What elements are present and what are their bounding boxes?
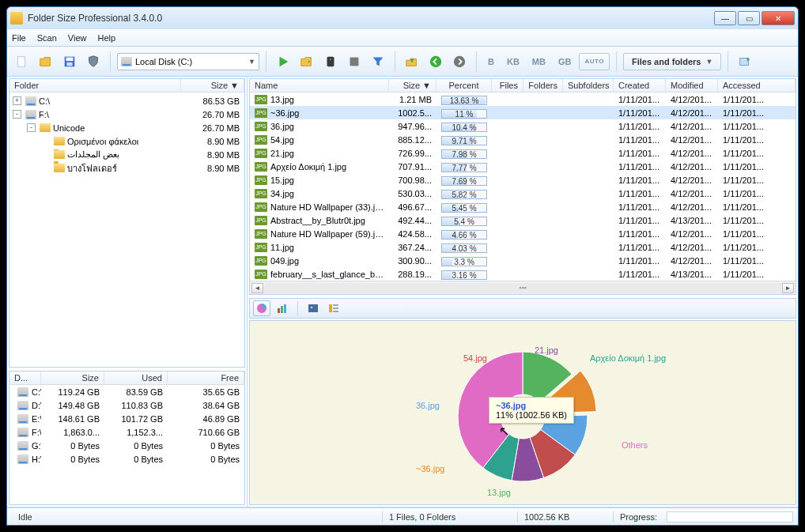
chart-tab-image[interactable]: [304, 300, 322, 316]
drive-row[interactable]: H:\0 Bytes0 Bytes0 Bytes: [9, 452, 244, 466]
unit-mb-button[interactable]: MB: [527, 53, 550, 70]
tree-row[interactable]: Ορισμένοι φάκελοι8.90 MB: [9, 134, 244, 148]
stop-button[interactable]: [344, 51, 365, 72]
files-header-modified[interactable]: Modified: [666, 79, 718, 92]
jpg-icon: JPG: [255, 256, 267, 266]
unit-gb-button[interactable]: GB: [554, 53, 576, 70]
files-header-percent[interactable]: Percent: [437, 79, 492, 92]
file-row[interactable]: JPG049.jpg300.90...3.3 %1/11/201...4/12/…: [250, 254, 796, 267]
file-row[interactable]: JPG11.jpg367.24...4.03 %1/11/201...4/12/…: [250, 240, 796, 254]
file-row[interactable]: JPG36.jpg947.96...10.4 %1/11/201...4/12/…: [250, 119, 796, 133]
menu-file[interactable]: File: [12, 33, 26, 43]
close-button[interactable]: ✕: [762, 11, 795, 25]
drives-list[interactable]: C:\119.24 GB83.59 GB35.65 GBD:\149.48 GB…: [9, 385, 244, 466]
disk-icon: [17, 401, 28, 410]
pie-chart[interactable]: 13.jpg~36.jpg36.jpg54.jpg21.jpgΑρχείο Δο…: [249, 320, 796, 505]
unit-auto-button[interactable]: AUTO: [579, 53, 610, 70]
files-header-size[interactable]: Size ▼: [389, 79, 437, 92]
new-button[interactable]: [12, 51, 32, 72]
drive-row[interactable]: F:\1,863.0...1,152.3...710.66 GB: [9, 425, 244, 439]
file-row[interactable]: JPG34.jpg530.03...5.82 %1/11/201...4/12/…: [250, 187, 796, 200]
server-button[interactable]: [320, 51, 341, 72]
folder-tree-pane: Folder Size ▼ +C:\86.53 GB-F:\26.70 MB-U…: [9, 78, 245, 368]
tree-label: C:\: [39, 96, 50, 106]
folder-tree[interactable]: +C:\86.53 GB-F:\26.70 MB-Unicode26.70 MB…: [9, 92, 244, 367]
expander-icon[interactable]: -: [13, 110, 21, 119]
file-row[interactable]: JPG21.jpg726.99...7.98 %1/11/201...4/12/…: [250, 146, 796, 160]
chart-tooltip: ~36.jpg 11% (1002.56 KB): [489, 397, 574, 424]
drive-row[interactable]: C:\119.24 GB83.59 GB35.65 GB: [9, 385, 244, 398]
export-button[interactable]: [735, 51, 755, 72]
window-title: Folder Size Professional 3.4.0.0: [28, 13, 714, 24]
file-row[interactable]: JPG13.jpg1.21 MB13.63 %1/11/201...4/12/2…: [250, 92, 796, 106]
files-header-subfolders[interactable]: Subfolders: [563, 79, 614, 92]
file-list-pane: Name Size ▼ Percent Files Folders Subfol…: [249, 78, 796, 295]
file-row[interactable]: JPGfebruary__s_last_glance_by...288.19..…: [250, 267, 796, 281]
play-button[interactable]: [273, 51, 293, 72]
filter-button[interactable]: [368, 51, 388, 72]
chevron-down-icon: ▼: [248, 58, 255, 66]
jpg-icon: JPG: [255, 108, 267, 118]
file-list[interactable]: JPG13.jpg1.21 MB13.63 %1/11/201...4/12/2…: [250, 92, 796, 281]
drive-combo-label: Local Disk (C:): [135, 57, 192, 66]
files-header-files[interactable]: Files: [492, 79, 523, 92]
file-row[interactable]: JPG~36.jpg1002.5...11 %1/11/201...4/12/2…: [250, 106, 796, 119]
tree-row[interactable]: +C:\86.53 GB: [9, 94, 244, 108]
unit-b-button[interactable]: B: [483, 53, 499, 70]
chart-tab-details[interactable]: [325, 300, 342, 316]
expander-icon[interactable]: -: [27, 123, 36, 132]
menu-help[interactable]: Help: [97, 33, 115, 43]
jpg-icon: JPG: [255, 189, 267, 198]
tree-row[interactable]: -F:\26.70 MB: [9, 108, 244, 121]
back-button[interactable]: [425, 51, 446, 72]
menu-view[interactable]: View: [68, 33, 87, 43]
drives-header-used[interactable]: Used: [104, 372, 168, 384]
drive-combo[interactable]: Local Disk (C:) ▼: [117, 53, 259, 70]
horizontal-scrollbar[interactable]: ◄ ▪▪▪ ►: [250, 281, 796, 294]
tree-row[interactable]: บางโฟลเดอร์8.90 MB: [9, 161, 244, 175]
drive-row[interactable]: E:\148.61 GB101.72 GB46.89 GB: [9, 412, 244, 425]
tree-header-folder[interactable]: Folder: [9, 79, 181, 92]
forward-button[interactable]: [449, 51, 470, 72]
chart-tab-bar[interactable]: [274, 300, 291, 316]
scroll-right-icon[interactable]: ►: [782, 283, 794, 293]
status-selection: 1 Files, 0 Folders: [383, 512, 517, 522]
tree-row[interactable]: بعض المجلدات8.90 MB: [9, 148, 244, 161]
titlebar[interactable]: Folder Size Professional 3.4.0.0 — ▭ ✕: [7, 7, 798, 29]
disk-icon: [17, 428, 28, 437]
scan-folder-button[interactable]: [297, 51, 317, 72]
drive-row[interactable]: D:\149.48 GB110.83 GB38.64 GB: [9, 398, 244, 412]
files-header-accessed[interactable]: Accessed: [718, 79, 796, 92]
files-header-name[interactable]: Name: [250, 79, 389, 92]
menu-scan[interactable]: Scan: [37, 33, 57, 43]
filter-combo[interactable]: Files and folders ▼: [623, 53, 721, 70]
up-button[interactable]: [402, 51, 422, 72]
svg-text:Αρχείο Δοκιμή 1.jpg: Αρχείο Δοκιμή 1.jpg: [590, 353, 666, 363]
chart-tab-pie[interactable]: [253, 300, 270, 316]
scroll-track[interactable]: ▪▪▪: [264, 283, 781, 293]
save-button[interactable]: [59, 51, 80, 72]
app-window: Folder Size Professional 3.4.0.0 — ▭ ✕ F…: [6, 6, 799, 526]
expander-icon[interactable]: +: [13, 96, 21, 105]
file-row[interactable]: JPGAbstract__by_Blutr0t.jpg492.44...5.4 …: [250, 213, 796, 227]
files-header-folders[interactable]: Folders: [523, 79, 563, 92]
unit-kb-button[interactable]: KB: [502, 53, 524, 70]
drive-row[interactable]: G:\0 Bytes0 Bytes0 Bytes: [9, 439, 244, 452]
file-row[interactable]: JPG54.jpg885.12...9.71 %1/11/201...4/12/…: [250, 133, 796, 146]
file-row[interactable]: JPG15.jpg700.98...7.69 %1/11/201...4/12/…: [250, 173, 796, 187]
drives-header-free[interactable]: Free: [168, 372, 244, 384]
minimize-button[interactable]: —: [714, 11, 736, 25]
shield-button[interactable]: [83, 51, 104, 72]
scroll-left-icon[interactable]: ◄: [251, 283, 263, 293]
status-progress-label: Progress:: [614, 512, 663, 522]
file-row[interactable]: JPGΑρχείο Δοκιμή 1.jpg707.91...7.77 %1/1…: [250, 160, 796, 173]
drives-header-d[interactable]: D...: [9, 372, 41, 384]
files-header-created[interactable]: Created: [614, 79, 666, 92]
maximize-button[interactable]: ▭: [738, 11, 760, 25]
drives-header-size[interactable]: Size: [41, 372, 104, 384]
open-button[interactable]: [36, 51, 56, 72]
file-row[interactable]: JPGNature HD Wallpaper (59).jpg424.58...…: [250, 227, 796, 240]
tree-header-size[interactable]: Size ▼: [181, 79, 244, 92]
tree-row[interactable]: -Unicode26.70 MB: [9, 121, 244, 134]
file-row[interactable]: JPGNature HD Wallpaper (33).jpg496.67...…: [250, 200, 796, 213]
